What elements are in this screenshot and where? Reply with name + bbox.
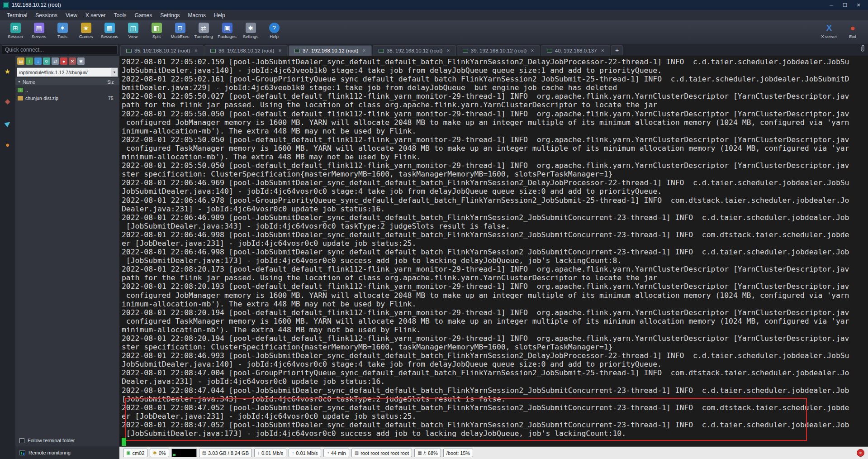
tab-39-192-168-10-12-root[interactable]: 39. 192.168.10.12 (root)✕ bbox=[457, 45, 540, 56]
close-button[interactable]: ✕ bbox=[852, 0, 865, 10]
column-header-size[interactable]: Siz bbox=[107, 79, 117, 85]
terminal-line: 2022-08-01 22:05:50.050 [pool-default_de… bbox=[122, 135, 868, 144]
sync-icon[interactable]: ⇄ bbox=[52, 57, 59, 65]
toolbar-settings-button[interactable]: ✱Settings bbox=[239, 23, 262, 39]
follow-terminal-folder-checkbox[interactable] bbox=[19, 438, 24, 443]
toolbar-multiexec-button[interactable]: ⊡MultiExec bbox=[168, 23, 192, 39]
toolbar-x-server-button[interactable]: XX server bbox=[817, 23, 841, 39]
toolbar-servers-button[interactable]: ▤Servers bbox=[27, 23, 51, 39]
toolbar-left-group: ⊞Session▤Servers✶Tools★Games▦Sessions◫Vi… bbox=[4, 23, 286, 39]
terminal-cursor bbox=[122, 438, 126, 446]
tab-close-icon[interactable]: ✕ bbox=[446, 48, 450, 53]
download-icon[interactable]: ↓ bbox=[34, 57, 42, 65]
stop-icon[interactable]: ● bbox=[60, 57, 67, 65]
minimize-button[interactable]: ─ bbox=[825, 0, 838, 10]
tab-close-icon[interactable]: ✕ bbox=[362, 48, 366, 53]
toolbar-session-button[interactable]: ⊞Session bbox=[4, 23, 27, 39]
servers-icon: ▤ bbox=[34, 23, 44, 33]
menubar: TerminalSessionsViewX serverToolsGamesSe… bbox=[0, 10, 868, 20]
toolbar-right-group: XX server●Exit bbox=[817, 23, 864, 39]
settings-icon[interactable]: ✱ bbox=[77, 57, 85, 65]
close-monitoring-button[interactable]: ✕ bbox=[857, 449, 864, 457]
dropdown-icon[interactable]: ▼ bbox=[111, 68, 118, 76]
terminal-line: JobSubmitDealer.java:140] - jobId:4jc63v… bbox=[122, 66, 868, 75]
tab-37-192-168-10-12-root[interactable]: 37. 192.168.10.12 (root)✕ bbox=[289, 45, 372, 56]
terminal[interactable]: 2022-08-01 22:05:02.159 [pool-JobSubmitD… bbox=[119, 56, 868, 446]
tab-label: 35. 192.168.10.12 (root) bbox=[134, 48, 190, 53]
terminal-line: Dealer.java:231] - jobId:4jc64vosr0c0 up… bbox=[122, 205, 868, 213]
toolbar-tunneling-button[interactable]: ⇄Tunneling bbox=[192, 23, 215, 39]
menu-x-server[interactable]: X server bbox=[81, 11, 110, 20]
toolbar-x-server-label: X server bbox=[821, 34, 837, 39]
terminal-line: er [JobDealer.java:231] - jobId:4jc64vos… bbox=[122, 239, 868, 248]
sessions-star-icon[interactable]: ★ bbox=[5, 67, 10, 76]
terminal-line: 2022-08-01 22:08:47.052 [pool-JobSubmitD… bbox=[122, 421, 868, 429]
status-memory: ▤3.03 GB / 8.24 GB bbox=[199, 449, 252, 457]
tab-38-192-168-10-12-root[interactable]: 38. 192.168.10.12 (root)✕ bbox=[373, 45, 456, 56]
terminal-line: 2022-08-01 22:05:02.161 [pool-GroupPrior… bbox=[122, 75, 868, 83]
status-cpu-label: 0% bbox=[159, 450, 166, 456]
terminal-line: 2022-08-01 22:08:20.193 [pool-default_de… bbox=[122, 282, 868, 291]
sidebar-strip: ★◆▶● bbox=[0, 56, 15, 459]
terminal-line: 2022-08-01 22:05:50.050 [pool-default_de… bbox=[122, 161, 868, 170]
column-header-name[interactable]: Name bbox=[23, 79, 105, 85]
terminal-line: 2022-08-01 22:06:46.969 [pool-JobSubmitD… bbox=[122, 178, 868, 187]
cpu-graph bbox=[171, 449, 197, 457]
toolbar-games-button[interactable]: ★Games bbox=[74, 23, 98, 39]
menu-terminal[interactable]: Terminal bbox=[3, 11, 31, 20]
terminal-line: ster specification: ClusterSpecification… bbox=[122, 170, 868, 178]
upload-icon[interactable]: ↑ bbox=[26, 57, 33, 65]
terminal-line: [JobSubmitDealer.java:173] - jobId:4jc64… bbox=[122, 429, 868, 438]
toolbar-help-button[interactable]: ?Help bbox=[262, 23, 286, 39]
file-name: .. bbox=[25, 87, 28, 93]
toolbar-sessions-button[interactable]: ▦Sessions bbox=[98, 23, 121, 39]
new-folder-icon[interactable]: ▤ bbox=[17, 57, 24, 65]
tab-close-icon[interactable]: ✕ bbox=[531, 48, 534, 53]
sort-icon[interactable]: ▼ bbox=[18, 80, 21, 83]
new-tab-button[interactable]: + bbox=[611, 45, 623, 55]
tab-close-icon[interactable]: ✕ bbox=[194, 48, 198, 53]
tab-label: 38. 192.168.10.12 (root) bbox=[387, 48, 442, 53]
terminal-line: [JobSubmitDealer.java:343] - jobId:4jc64… bbox=[122, 395, 868, 403]
menu-view[interactable]: View bbox=[62, 11, 81, 20]
status-bar: ▣cm02✱0%▤3.03 GB / 8.24 GB↓0.01 Mb/s↑0.0… bbox=[119, 446, 868, 459]
tools-icon[interactable]: ◆ bbox=[5, 97, 10, 105]
tab-close-icon[interactable]: ✕ bbox=[601, 48, 605, 53]
toolbar-exit-button[interactable]: ●Exit bbox=[841, 23, 864, 39]
toolbar-tools-button[interactable]: ✶Tools bbox=[51, 23, 74, 39]
window-title: 192.168.10.12 (root) bbox=[12, 2, 61, 8]
games-icon: ★ bbox=[81, 23, 91, 33]
paperclip-icon[interactable] bbox=[860, 45, 865, 54]
quick-connect-input[interactable] bbox=[2, 45, 118, 54]
tab-40-192-168-0-137[interactable]: 40. 192.168.0.137✕ bbox=[541, 45, 610, 56]
refresh-icon[interactable]: ↻ bbox=[43, 57, 50, 65]
terminal-line: JobSubmitDealer.java:140] - jobId:4jc64v… bbox=[122, 187, 868, 196]
toolbar-packages-button[interactable]: ▣Packages bbox=[215, 23, 239, 39]
menu-help[interactable]: Help bbox=[210, 11, 229, 20]
download-icon: ↓ bbox=[257, 450, 260, 455]
tab-35-192-168-10-12-root[interactable]: 35. 192.168.10.12 (root)✕ bbox=[120, 45, 204, 56]
toolbar-view-button[interactable]: ◫View bbox=[121, 23, 145, 39]
terminal-column: 2022-08-01 22:05:02.159 [pool-JobSubmitD… bbox=[119, 56, 868, 459]
path-combobox[interactable]: /opt/module/flink-1.12.7/chunjun/ ▼ bbox=[17, 67, 118, 77]
menu-macros[interactable]: Macros bbox=[184, 11, 210, 20]
toolbar-split-button[interactable]: ◧Split bbox=[145, 23, 168, 39]
zip-icon bbox=[18, 96, 23, 100]
tab-close-icon[interactable]: ✕ bbox=[278, 48, 282, 53]
status-users-label: root root root root root bbox=[360, 450, 409, 456]
status-upload: ↑0.01 Mb/s bbox=[289, 449, 321, 457]
remote-monitoring-row[interactable]: Remote monitoring bbox=[15, 446, 119, 459]
menu-tools[interactable]: Tools bbox=[110, 11, 131, 20]
macros-icon[interactable]: ▶ bbox=[3, 118, 12, 128]
menu-sessions[interactable]: Sessions bbox=[31, 11, 62, 20]
cpu-icon: ✱ bbox=[153, 450, 157, 455]
menu-settings[interactable]: Settings bbox=[156, 11, 184, 20]
sftp-icon[interactable]: ● bbox=[5, 141, 9, 148]
delete-icon[interactable]: ✕ bbox=[69, 57, 76, 65]
tab-36-192-168-10-12-root[interactable]: 36. 192.168.10.12 (root)✕ bbox=[204, 45, 288, 56]
file-row[interactable]: ↑.. bbox=[15, 86, 119, 94]
maximize-button[interactable]: ☐ bbox=[838, 0, 852, 10]
file-row[interactable]: chunjun-dist.zip75 bbox=[15, 94, 119, 102]
toolbar-tools-label: Tools bbox=[57, 34, 67, 39]
menu-games[interactable]: Games bbox=[131, 11, 157, 20]
